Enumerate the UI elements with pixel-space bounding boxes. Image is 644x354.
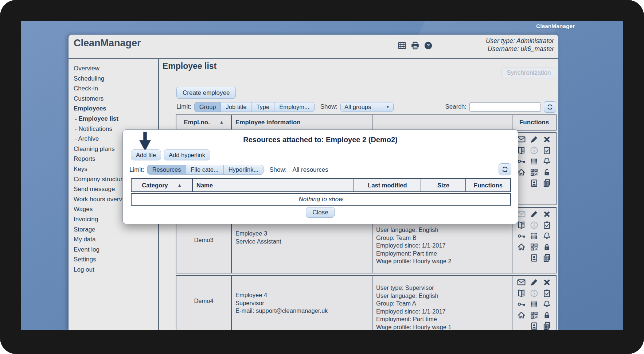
resources-column-header-last-modified[interactable]: Last modified — [354, 179, 421, 191]
add-hyperlink-button[interactable]: Add hyperlink — [164, 149, 210, 160]
sidebar-item-scheduling[interactable]: Scheduling — [69, 74, 158, 84]
column-header-label: Functions — [519, 118, 549, 127]
synchronization-button[interactable]: Synchronization — [501, 67, 556, 78]
column-header-label: Last modified — [368, 182, 407, 189]
edit-icon[interactable] — [530, 210, 539, 219]
modal-refresh-button[interactable] — [499, 163, 511, 175]
qr-code-icon[interactable] — [530, 311, 539, 320]
info-icon[interactable] — [530, 221, 539, 230]
ledger-icon[interactable] — [517, 289, 526, 298]
lock-closed-icon[interactable] — [542, 242, 551, 252]
column-header-label: Employee information — [235, 118, 301, 127]
refresh-button[interactable] — [544, 101, 556, 113]
function-icon-grid — [512, 133, 556, 188]
employee-detail-line: Employment: Part time — [376, 250, 512, 258]
clipboard-check-icon[interactable] — [542, 146, 551, 155]
limit-employm-button[interactable]: Employm... — [274, 102, 315, 112]
employee-info-cell: Employee 4SupervisorE-mail: support@clea… — [231, 276, 372, 330]
limit-job-title-button[interactable]: Job title — [220, 102, 251, 112]
print-icon[interactable] — [410, 41, 420, 50]
sidebar-item-employee-list[interactable]: - Employee list — [69, 114, 158, 124]
modal-limit-file-cate-button[interactable]: File cate... — [186, 165, 224, 175]
lock-open-icon[interactable] — [542, 168, 551, 177]
bell-icon[interactable] — [542, 300, 551, 309]
resources-column-header-category[interactable]: Category▲ — [132, 179, 192, 191]
id-card-icon[interactable] — [530, 322, 539, 330]
schedule-icon[interactable] — [530, 157, 539, 166]
create-employee-button[interactable]: Create employee — [176, 87, 236, 99]
bell-icon[interactable] — [542, 157, 551, 166]
qr-code-icon[interactable] — [530, 168, 539, 177]
column-header-label: Category — [142, 182, 168, 189]
edit-icon[interactable] — [530, 278, 539, 287]
ledger-icon[interactable] — [517, 221, 526, 230]
sidebar-item-check-in[interactable]: Check-in — [69, 83, 158, 94]
limit-type-button[interactable]: Type — [251, 102, 274, 112]
home-icon[interactable] — [517, 242, 526, 252]
lock-closed-icon[interactable] — [542, 311, 551, 320]
screenshot-stage: CleanManager CleanManager ? User type: A… — [0, 0, 644, 354]
modal-limit-resources-button[interactable]: Resources — [147, 165, 186, 175]
resources-column-header-functions[interactable]: Functions — [465, 179, 510, 191]
close-button[interactable]: Close — [306, 207, 335, 218]
column-header-label: Empl.no. — [184, 118, 210, 127]
chevron-down-icon: ▼ — [386, 105, 390, 109]
sidebar-item-event-log[interactable]: Event log — [69, 245, 158, 255]
sidebar-item-employees[interactable]: Employees — [69, 104, 158, 114]
filter-toolbar: Limit: GroupJob titleTypeEmploym... Show… — [176, 102, 556, 112]
info-icon[interactable] — [530, 146, 539, 155]
sort-asc-icon: ▲ — [219, 118, 224, 127]
bell-icon[interactable] — [542, 232, 551, 241]
info-icon[interactable] — [530, 289, 539, 298]
clipboard-check-icon[interactable] — [542, 221, 551, 230]
documents-icon[interactable] — [542, 179, 551, 188]
modal-show-value: All resources — [292, 166, 328, 174]
help-icon[interactable]: ? — [424, 41, 433, 50]
svg-text:?: ? — [427, 43, 430, 48]
resources-table-header: Category▲NameLast modifiedSizeFunctions — [131, 178, 511, 192]
functions-cell — [512, 133, 556, 205]
limit-group-button[interactable]: Group — [194, 102, 221, 112]
documents-icon[interactable] — [542, 253, 551, 262]
id-card-icon[interactable] — [530, 253, 539, 262]
delete-icon[interactable] — [542, 210, 551, 219]
search-input[interactable] — [469, 102, 541, 112]
delete-icon[interactable] — [542, 135, 551, 144]
key-icon[interactable] — [517, 300, 526, 309]
sidebar-item-customers[interactable]: Customers — [69, 94, 158, 104]
employee-detail-line: Employed since: 1/1-2017 — [376, 308, 512, 316]
resources-column-header-size[interactable]: Size — [421, 179, 465, 191]
home-icon[interactable] — [517, 311, 526, 320]
group-filter-value: All groups — [344, 104, 371, 110]
sidebar-item-log-out[interactable]: Log out — [69, 265, 158, 275]
table-icon[interactable] — [397, 41, 407, 50]
modal-limit-hyperlink-button[interactable]: Hyperlink... — [223, 165, 264, 175]
sidebar-item-my-data[interactable]: My data — [69, 234, 158, 245]
add-file-button[interactable]: Add file — [131, 149, 161, 160]
column-header-empl-no[interactable]: Empl.no.▲ — [176, 115, 231, 130]
page-watermark: CleanManager — [520, 23, 575, 30]
show-label: Show: — [320, 103, 337, 110]
modal-filter-toolbar: Limit: ResourcesFile cate...Hyperlink...… — [129, 165, 328, 175]
clipboard-check-icon[interactable] — [542, 289, 551, 298]
employee-detail-line: Group: Team B — [376, 234, 512, 242]
mail-icon[interactable] — [517, 278, 526, 287]
sidebar-item-settings[interactable]: Settings — [69, 254, 158, 265]
key-icon[interactable] — [517, 232, 526, 241]
employee-detail-line: Wage profile: Hourly wage 2 — [376, 257, 512, 265]
id-card-icon[interactable] — [530, 179, 539, 188]
schedule-icon[interactable] — [530, 232, 539, 241]
column-header-label: Size — [437, 182, 449, 189]
column-header-functions[interactable]: Functions — [512, 115, 556, 130]
modal-show-label: Show: — [269, 166, 286, 174]
sidebar-item-storage[interactable]: Storage — [69, 225, 158, 235]
schedule-icon[interactable] — [530, 300, 539, 309]
group-filter-dropdown[interactable]: All groups ▼ — [340, 102, 394, 112]
sidebar-item-overview[interactable]: Overview — [69, 63, 158, 74]
column-header-employee-information[interactable]: Employee information — [231, 115, 372, 130]
delete-icon[interactable] — [542, 278, 551, 287]
qr-code-icon[interactable] — [530, 242, 539, 252]
resources-column-header-name[interactable]: Name — [192, 179, 354, 191]
documents-icon[interactable] — [542, 322, 551, 330]
edit-icon[interactable] — [530, 135, 539, 144]
